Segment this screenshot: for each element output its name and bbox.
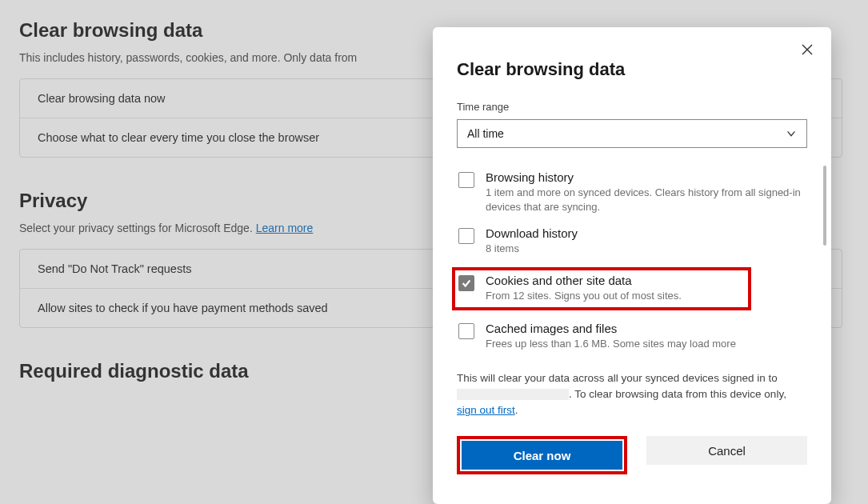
option-browsing-history: Browsing history 1 item and more on sync… <box>457 166 807 222</box>
option-cookies-highlighted: Cookies and other site data From 12 site… <box>452 267 751 311</box>
option-subtitle: Frees up less than 1.6 MB. Some sites ma… <box>486 337 736 351</box>
sign-out-link[interactable]: sign out first <box>457 404 515 416</box>
redacted-account <box>457 389 569 400</box>
checkbox-cached-images[interactable] <box>458 323 474 339</box>
check-icon <box>461 278 472 289</box>
time-range-label: Time range <box>457 101 807 113</box>
option-cached-images: Cached images and files Frees up less th… <box>457 317 807 359</box>
scrollbar-thumb[interactable] <box>823 166 826 246</box>
cancel-button[interactable]: Cancel <box>646 436 807 465</box>
checkbox-download-history[interactable] <box>458 228 474 244</box>
option-title: Browsing history <box>486 170 806 184</box>
dialog-title: Clear browsing data <box>457 59 807 80</box>
close-button[interactable] <box>796 38 818 61</box>
close-icon <box>801 43 814 56</box>
footer-mid: . To clear browsing data from this devic… <box>569 388 786 400</box>
clear-now-highlight: Clear now <box>457 436 627 474</box>
clear-browsing-data-dialog: Clear browsing data Time range All time … <box>433 27 831 504</box>
time-range-dropdown[interactable]: All time <box>457 119 807 148</box>
option-subtitle: 8 items <box>486 242 578 256</box>
footer-prefix: This will clear your data across all you… <box>457 372 778 384</box>
time-range-value: All time <box>467 127 504 140</box>
clear-now-button[interactable]: Clear now <box>462 441 622 470</box>
footer-suffix: . <box>515 404 518 416</box>
option-title: Download history <box>486 226 578 240</box>
option-title: Cookies and other site data <box>486 274 682 287</box>
options-list: Browsing history 1 item and more on sync… <box>457 166 807 359</box>
option-subtitle: 1 item and more on synced devices. Clear… <box>486 186 806 214</box>
checkbox-browsing-history[interactable] <box>458 172 474 188</box>
dialog-buttons: Clear now Cancel <box>457 436 807 474</box>
option-subtitle: From 12 sites. Signs you out of most sit… <box>486 289 682 303</box>
checkbox-cookies[interactable] <box>458 275 474 291</box>
dialog-footer-text: This will clear your data across all you… <box>457 370 807 419</box>
option-title: Cached images and files <box>486 322 736 335</box>
chevron-down-icon <box>786 128 797 139</box>
option-download-history: Download history 8 items <box>457 222 807 264</box>
